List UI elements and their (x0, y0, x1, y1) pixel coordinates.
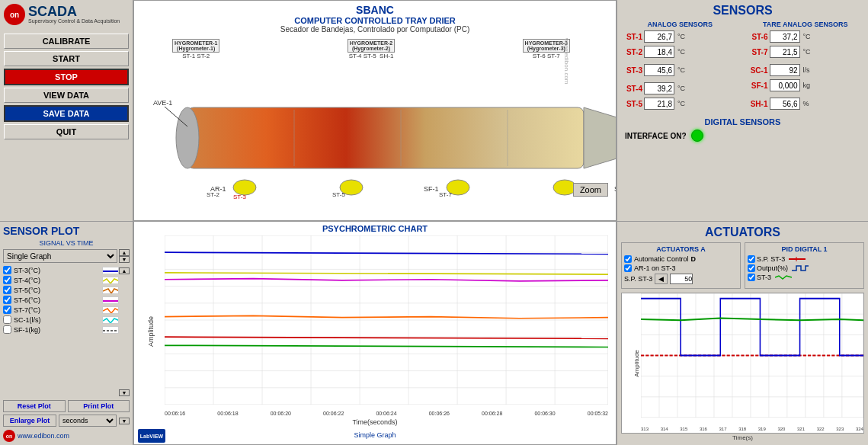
signal-checkbox-st5[interactable] (3, 286, 11, 294)
chart-y-label: Amplitude (147, 316, 155, 347)
sensor-row-st1: ST-1 26,7 °C (621, 30, 739, 43)
graph-type-select[interactable]: Single Graph (3, 249, 117, 263)
time-arrow[interactable]: ▼ (119, 418, 130, 424)
signal-checkbox-st4[interactable] (3, 276, 11, 284)
edibon-small-logo: on (3, 430, 15, 442)
calibrate-button[interactable]: CALIBRATE (4, 34, 129, 49)
stop-button[interactable]: STOP (4, 69, 129, 85)
signal-icon-st3 (102, 267, 119, 274)
auto-control-checkbox[interactable] (624, 255, 632, 263)
zoom-button[interactable]: Zoom (573, 183, 608, 197)
signal-item-sf1: SF-1(kg) (3, 325, 119, 334)
act-x-ticks: 313 314 315 316 317 318 319 320 321 322 … (641, 427, 863, 431)
ar1-label: AR-1 on ST-3 (634, 264, 676, 272)
pid-st3-checkbox[interactable] (748, 274, 755, 281)
signal-icon-st4 (102, 277, 119, 284)
digital-sensors-title: DIGITAL SENSORS (621, 117, 864, 126)
sensor-row-sf1: SF-1 0,000 kg (747, 79, 865, 91)
signal-icon-st7 (102, 306, 119, 314)
ar1-checkbox[interactable] (624, 264, 632, 272)
view-data-button[interactable]: VIEW DATA (4, 88, 129, 103)
signal-checkbox-st7[interactable] (3, 306, 11, 314)
start-button[interactable]: START (4, 51, 129, 66)
svg-text:ST-5: ST-5 (332, 191, 345, 198)
actuator-chart: Amplitude 100 80 60 40 (621, 293, 864, 434)
svg-text:ST-7: ST-7 (439, 191, 452, 198)
signal-item-st6: ST-6(°C) (3, 296, 119, 304)
pid-digital-section: PID DIGITAL 1 S.P. ST-3 Output(%) (745, 242, 864, 289)
svg-text:AVE-1: AVE-1 (153, 99, 172, 107)
signal-list: ST-3(°C) ST-4(°C) ST-5(° (3, 266, 119, 398)
enlarge-plot-button[interactable]: Enlarge Plot (3, 415, 56, 427)
chart-x-ticks: 00:06:16 00:06:18 00:06:20 00:06:22 00:0… (165, 411, 608, 416)
pid-output: Output(%) (748, 264, 861, 272)
labview-area: LabVIEW (138, 429, 165, 443)
pid-sp-checkbox[interactable] (748, 255, 755, 263)
diagram-body: HYGROMETER-1(Hygrometer-1) ST-1 ST-2 HYG… (134, 35, 616, 203)
sp-decrement[interactable]: ◀ (655, 274, 668, 284)
act-x-label: Time(s) (621, 434, 864, 441)
actuators-title: ACTUATORS (621, 226, 864, 239)
svg-rect-12 (233, 180, 256, 195)
edibon-icon: on (4, 4, 25, 25)
pid-sp-st3: S.P. ST-3 (748, 255, 861, 263)
graph-down-arrow[interactable]: ▼ (119, 256, 130, 263)
signal-icon-sf1 (102, 326, 119, 334)
reset-plot-button[interactable]: Reset Plot (3, 400, 66, 412)
interface-led (691, 130, 703, 142)
signal-scroll-up[interactable]: ▲ (119, 267, 130, 274)
signal-checkbox-st6[interactable] (3, 296, 11, 304)
signal-vs-time-label: SIGNAL VS TIME (3, 239, 130, 247)
act-chart-svg: 100 80 60 40 (641, 293, 863, 418)
actuators-top: ACTUATORS A Automatic Control D AR-1 on … (621, 242, 864, 289)
svg-text:SF-1: SF-1 (424, 185, 439, 193)
pid-sp-icon (789, 255, 806, 263)
sp-value-input[interactable] (670, 274, 693, 284)
signal-icon-sc1 (102, 316, 119, 324)
signal-scroll: ▲ ▼ (119, 266, 130, 398)
sensors-title: SENSORS (621, 4, 864, 18)
diagram-title: SBANC COMPUTER CONTROLLED TRAY DRIER Sec… (134, 1, 616, 35)
signal-checkbox-st3[interactable] (3, 266, 11, 274)
auto-control-label: Automatic Control (634, 255, 689, 263)
svg-rect-0 (187, 107, 584, 168)
logo-area: on SCADA Supervisory Control & Data Acqu… (4, 4, 129, 25)
pid-output-icon (792, 264, 809, 272)
scada-subtitle: Supervisory Control & Data Acquisition (28, 18, 120, 24)
sensor-row-st4: ST-4 39,2 °C (621, 82, 739, 94)
simple-graph-label: Simple Graph (354, 431, 396, 440)
chart-x-label: Time(seconds) (352, 418, 397, 426)
pid-st3-icon (775, 274, 792, 281)
pid-output-checkbox[interactable] (748, 264, 755, 272)
edibon-link[interactable]: www.edibon.com (18, 432, 69, 440)
sensor-plot-panel: SENSOR PLOT SIGNAL VS TIME Single Graph … (0, 221, 133, 445)
graph-up-arrow[interactable]: ▲ (119, 249, 130, 256)
watermark: www.edibon.com (563, 38, 570, 84)
signal-item-st4: ST-4(°C) (3, 276, 119, 284)
control-buttons: CALIBRATE START STOP VIEW DATA SAVE DATA… (4, 34, 129, 139)
diagram-subtitle2: Secador de Bandejas, Controlado por Comp… (134, 25, 616, 34)
save-data-button[interactable]: SAVE DATA (4, 105, 129, 122)
sensor-row-st3: ST-3 45,6 °C (621, 64, 739, 76)
signal-checkbox-sc1[interactable] (3, 315, 11, 324)
scada-title: SCADA (28, 5, 120, 18)
pid-st3: ST-3 (748, 274, 861, 281)
sensor-labels-top: HYGROMETER-1(Hygrometer-1) ST-1 ST-2 HYG… (172, 39, 570, 59)
psychro-label: PSYCHROMETRIC CHART (134, 222, 616, 235)
quit-button[interactable]: QUIT (4, 124, 129, 139)
svg-text:ST-3: ST-3 (233, 194, 246, 200)
svg-marker-2 (584, 107, 616, 168)
signal-item-st5: ST-5(°C) (3, 286, 119, 294)
signal-checkbox-sf1[interactable] (3, 325, 11, 334)
sensor-row-st5: ST-5 21,8 °C (621, 98, 739, 110)
time-select[interactable]: seconds (59, 415, 117, 427)
sensor-row-sh1: SH-1 56,6 % (747, 98, 865, 110)
signal-scroll-down[interactable]: ▼ (119, 389, 130, 396)
plot-bottom-buttons: Reset Plot Print Plot (3, 400, 130, 412)
svg-point-1 (176, 107, 199, 168)
print-plot-button[interactable]: Print Plot (68, 400, 130, 412)
interface-row: INTERFACE ON? (625, 130, 864, 142)
actuators-a-section: ACTUATORS A Automatic Control D AR-1 on … (621, 242, 741, 289)
dryer-svg: AVE-1 AR-1 SF-1 SC-1 ST-2 ST-3 (142, 66, 616, 203)
chart-wrapper: Amplitude 50 45 40 (134, 235, 616, 427)
